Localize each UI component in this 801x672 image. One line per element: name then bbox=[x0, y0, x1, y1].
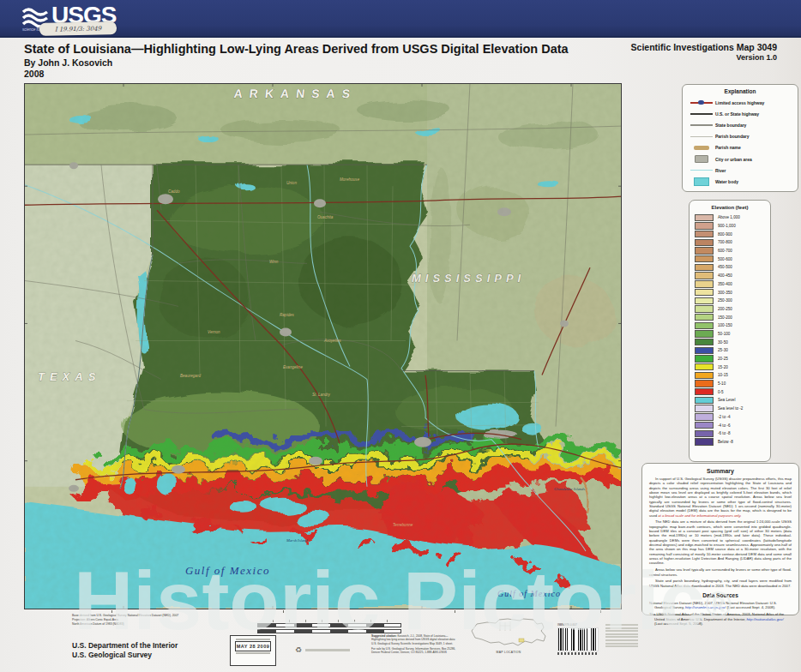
elevation-color-chip bbox=[695, 305, 714, 312]
elevation-class-row: 450-500 bbox=[695, 263, 765, 272]
elevation-class-row: 250-300 bbox=[695, 297, 765, 305]
elevation-class-label: 250-300 bbox=[718, 298, 732, 303]
elevation-class-row: 30-50 bbox=[695, 338, 765, 346]
legend-item-label: State boundary bbox=[715, 123, 746, 128]
elevation-color-chip bbox=[695, 272, 714, 279]
elevation-color-chip bbox=[695, 214, 714, 221]
elevation-class-label: 350-400 bbox=[718, 282, 732, 286]
elevation-class-row: 150-200 bbox=[695, 313, 765, 321]
map-poster: USGS science for a changing world I 19.9… bbox=[0, 0, 801, 672]
elevation-class-label: -6 to -8 bbox=[718, 431, 731, 435]
legend-item-limited-access: Limited access highway bbox=[688, 97, 792, 108]
elevation-class-row: 25-30 bbox=[695, 346, 765, 355]
elevation-color-chip bbox=[695, 422, 714, 429]
recycled-paper-icon: ♻ bbox=[295, 645, 302, 654]
summary-paragraph-2: The NED data are a mixture of data deriv… bbox=[649, 519, 792, 565]
elevation-class-row: Below -8 bbox=[695, 438, 765, 447]
data-sources-title: Data Sources bbox=[649, 592, 792, 598]
explanation-legend: Explanation Limited access highwayU.S. o… bbox=[682, 84, 798, 192]
map-location-inset: MAP LOCATION bbox=[467, 617, 550, 654]
parish-label: St. Landry bbox=[312, 393, 331, 397]
elevation-color-chip bbox=[695, 247, 714, 254]
elevation-color-chip bbox=[695, 314, 714, 321]
elevation-class-label: 5-10 bbox=[718, 381, 726, 386]
parish-label: Rapides bbox=[280, 313, 295, 317]
elevation-class-label: 200-250 bbox=[718, 307, 732, 311]
elevation-class-row: 600-700 bbox=[695, 247, 765, 255]
elevation-class-label: 100-150 bbox=[718, 323, 732, 327]
summary-paragraph-4: State and parish boundary, hydrography, … bbox=[649, 579, 792, 588]
parish-label: Evangeline bbox=[283, 365, 303, 369]
elevation-color-chip bbox=[695, 239, 714, 246]
elevation-class-row: -6 to -8 bbox=[695, 429, 765, 438]
elevation-class-label: 150-200 bbox=[718, 315, 732, 320]
summary-box: Summary In support of U.S. Geological Su… bbox=[641, 463, 799, 615]
elevation-class-row: -4 to -6 bbox=[695, 421, 765, 429]
base-credit: Base derived from U.S. Geological Survey… bbox=[72, 614, 178, 627]
legend-item-label: U.S. or State highway bbox=[715, 111, 759, 117]
parish-label: Ouachita bbox=[317, 215, 334, 219]
elevation-class-row: 5-10 bbox=[695, 380, 765, 388]
elevation-legend: Elevation (feet) Above 1,000900-1,000800… bbox=[689, 200, 771, 462]
elevation-color-chip bbox=[695, 289, 714, 296]
seamless-url: http://seamless.usgs.gov/ bbox=[685, 605, 726, 609]
legend-item-label: Parish name bbox=[715, 145, 741, 150]
parish-name-symbol-icon bbox=[688, 144, 715, 152]
parish-boundary-symbol-icon bbox=[688, 133, 715, 141]
parish-label: Vernon bbox=[208, 330, 220, 334]
elevation-class-row: 20-25 bbox=[695, 355, 765, 363]
elevation-class-label: 450-500 bbox=[718, 265, 732, 269]
water-body-symbol-icon bbox=[688, 177, 715, 185]
usgs-banner: USGS science for a changing world I 19.9… bbox=[0, 0, 801, 38]
legend-item-us-state-highway: U.S. or State highway bbox=[688, 108, 792, 119]
series-block: Scientific Investigations Map 3049 Versi… bbox=[631, 42, 777, 62]
elevation-class-row: 500-600 bbox=[695, 255, 765, 263]
legend-item-urban-area: City or urban area bbox=[688, 153, 792, 165]
isbn-number: ISBN 978-0-607 bbox=[557, 623, 599, 627]
parish-label: Caddo bbox=[168, 189, 180, 194]
parish-label: Winn bbox=[269, 260, 279, 264]
summary-paragraph-3: Areas below sea level typically are surr… bbox=[649, 567, 792, 577]
elevation-class-label: 30-50 bbox=[718, 340, 728, 345]
summary-paragraph-1: In support of U.S. Geological Survey (US… bbox=[649, 477, 792, 518]
parish-label: Morehouse bbox=[340, 177, 359, 182]
legend-item-label: City or urban area bbox=[715, 157, 752, 162]
stamp-date: MAY 28 2009 bbox=[235, 641, 271, 651]
usa-outline-map bbox=[469, 617, 548, 650]
parish-label: Union bbox=[286, 181, 297, 185]
agency-line-1: U.S. Department of the Interior bbox=[72, 641, 178, 651]
series-version: Version 1.0 bbox=[631, 53, 777, 62]
isbn-barcode bbox=[557, 627, 599, 651]
elevation-class-row: Sea Level bbox=[695, 396, 765, 405]
elevation-color-chip bbox=[695, 222, 714, 229]
elevation-color-chip bbox=[695, 255, 714, 262]
elevation-class-row: 400-450 bbox=[695, 272, 765, 280]
elevation-color-chip bbox=[695, 330, 714, 337]
elevation-color-chip bbox=[695, 388, 714, 395]
elevation-color-chip bbox=[695, 322, 714, 329]
elevation-class-row: 15-20 bbox=[695, 363, 765, 371]
summary-title: Summary bbox=[649, 468, 792, 474]
elevation-legend-title: Elevation (feet) bbox=[695, 205, 765, 210]
state-boundary-symbol-icon bbox=[688, 121, 715, 129]
elevation-color-chip bbox=[695, 347, 714, 354]
elevation-class-label: 15-20 bbox=[718, 365, 728, 369]
map-year: 2008 bbox=[24, 69, 44, 79]
elevation-class-row: 300-350 bbox=[695, 288, 765, 297]
elevation-class-label: Sea level to -2 bbox=[718, 406, 743, 411]
limited-access-symbol-icon bbox=[688, 99, 715, 106]
parish-label: Terrebonne bbox=[393, 523, 413, 527]
elevation-class-label: Above 1,000 bbox=[718, 215, 740, 219]
elevation-class-row: 200-250 bbox=[695, 305, 765, 314]
parish-label: Beauregard bbox=[180, 374, 201, 378]
elevation-color-chip bbox=[695, 297, 714, 304]
ordering-info-fineprint bbox=[605, 624, 638, 649]
legend-item-label: Water body bbox=[715, 179, 738, 184]
elevation-color-chip bbox=[695, 397, 714, 404]
feature-label: Marsh Island bbox=[286, 538, 308, 543]
label-gulf-of-mexico-large: Gulf of Mexico bbox=[185, 564, 270, 577]
elevation-class-row: 350-400 bbox=[695, 280, 765, 289]
elevation-class-label: 900-1,000 bbox=[718, 224, 736, 228]
data-source-ref-2: The USGS National Atlas of the United St… bbox=[649, 612, 792, 626]
elevation-class-label: 0-5 bbox=[718, 390, 724, 394]
